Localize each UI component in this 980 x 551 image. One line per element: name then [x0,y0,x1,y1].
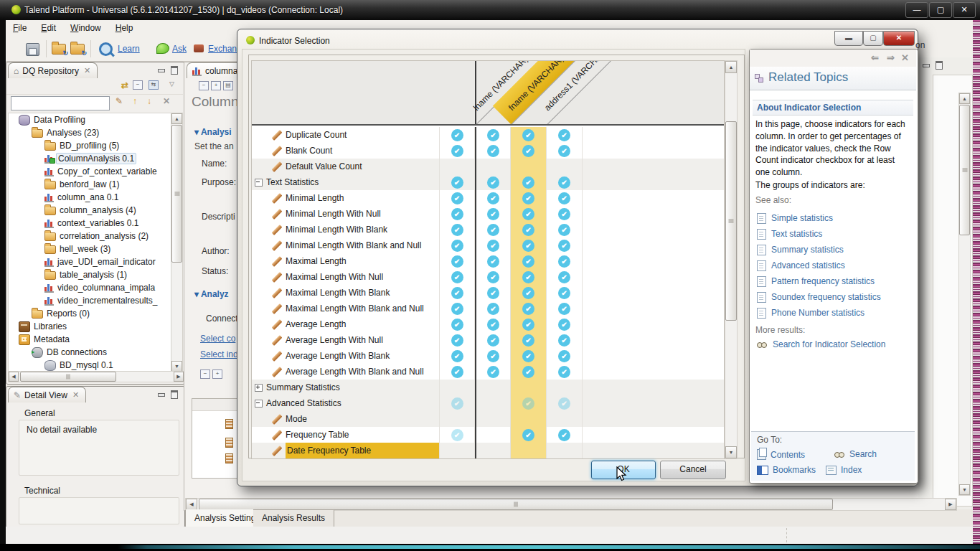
indicator-label-cell[interactable]: Maximal Length With Blank [252,285,440,301]
check-cell-lname[interactable]: ✔ [475,301,511,316]
tab-dq-repository[interactable]: ⌂ DQ Repository ✕ [8,62,98,78]
export-folder-icon[interactable] [70,44,85,55]
clear-filter-icon[interactable]: ✕ [163,96,170,106]
check-cell-fname[interactable]: ✔ [511,364,547,380]
tree-item-metadata[interactable]: Metadata [19,333,171,346]
indicator-label-cell[interactable]: Maximal Length With Blank and Null [252,301,440,316]
collapse-icon[interactable] [255,179,263,187]
ask-link[interactable]: Ask [172,44,187,54]
check-cell-lname[interactable]: ✔ [475,364,511,380]
check-cell-all[interactable]: ✔ [440,253,475,269]
check-cell-all[interactable]: ✔ [440,427,475,443]
collapse-sections-icon[interactable]: − [199,81,209,90]
view-menu-icon[interactable]: ▽ [169,80,174,88]
indicator-label-cell[interactable]: Minimal Length With Blank [252,222,440,237]
check-cell-all[interactable]: ✔ [440,127,475,143]
help-link-label[interactable]: Simple statistics [771,213,833,223]
check-cell-all[interactable]: ✔ [440,364,475,380]
check-cell-fname[interactable]: ✔ [511,316,547,332]
expand-icon[interactable]: + [212,369,222,379]
check-cell-all[interactable]: ✔ [440,190,475,206]
menu-edit[interactable]: Edit [34,20,63,36]
dialog-maximize-button[interactable]: ▢ [863,31,883,46]
check-cell-fname[interactable]: ✔ [511,174,547,190]
help-link-pattern-frequency-statistics[interactable]: Pattern frequency statistics [757,273,875,289]
check-cell-all[interactable]: ✔ [440,316,475,332]
window-close-button[interactable]: ✕ [953,2,976,18]
check-cell-address1[interactable]: ✔ [547,237,583,253]
exchange-icon[interactable] [194,44,204,52]
check-cell-lname[interactable]: ✔ [475,348,511,364]
indicator-label-cell[interactable]: Blank Count [252,143,440,159]
check-cell-address1[interactable] [547,380,583,395]
check-cell-fname[interactable]: ✔ [511,427,547,443]
check-cell-lname[interactable]: ✔ [475,237,511,253]
check-cell-lname[interactable]: ✔ [475,332,511,348]
tree-item-column-ana-0-1[interactable]: column_ana 0.1 [44,191,171,204]
forward-icon[interactable]: ⇒ [887,52,895,63]
indicator-row-maximal-length-with-null[interactable]: Maximal Length With Null✔✔✔✔ [252,269,724,286]
minimize-view-icon[interactable] [921,60,930,68]
check-cell-address1[interactable]: ✔ [547,127,583,143]
menu-window[interactable]: Window [63,20,108,36]
help-link-simple-statistics[interactable]: Simple statistics [757,210,833,226]
select-columns-link[interactable]: Select co [200,334,235,344]
indicator-label-cell[interactable]: Average Length With Null [252,332,440,348]
scroll-left-icon[interactable]: ◀ [9,372,19,382]
indicator-row-minimal-length-with-null[interactable]: Minimal Length With Null✔✔✔✔ [252,206,724,222]
check-cell-address1[interactable]: ✔ [547,301,583,316]
scrollbar-thumb[interactable] [171,125,182,263]
help-link-text-statistics[interactable]: Text statistics [757,226,822,242]
check-cell-lname[interactable]: ✔ [475,206,511,222]
maximize-view-icon[interactable] [169,390,179,397]
indicator-label-cell[interactable]: Minimal Length With Blank and Null [252,237,440,253]
indicator-row-maximal-length-with-blank-and-null[interactable]: Maximal Length With Blank and Null✔✔✔✔ [252,301,724,317]
check-cell-all[interactable]: ✔ [440,332,475,348]
indicator-row-average-length-with-blank-and-null[interactable]: Average Length With Blank and Null✔✔✔✔ [252,364,724,380]
maximize-view-icon[interactable] [934,60,943,68]
learn-link[interactable]: Learn [118,44,140,54]
check-cell-address1[interactable]: ✔ [547,143,583,159]
filter-input[interactable] [11,96,110,110]
scroll-down-icon[interactable]: ▼ [725,446,737,458]
indicator-row-duplicate-count[interactable]: Duplicate Count✔✔✔✔ [252,127,724,143]
indicator-label-cell[interactable]: Average Length With Blank and Null [252,364,440,380]
check-cell-address1[interactable]: ✔ [547,348,583,364]
tree-item-bd-mysql-0-1[interactable]: BD_mysql 0.1 [44,359,171,372]
minimize-view-icon[interactable] [156,65,166,73]
check-cell-all[interactable]: ✔ [440,237,475,253]
tree-item-video-incrementalresults-[interactable]: video_incrementalresults_ [44,294,171,307]
check-cell-all[interactable]: ✔ [440,285,475,301]
help-link-label[interactable]: Phone Number statistics [771,308,864,318]
check-cell-fname[interactable]: ✔ [511,332,547,348]
check-cell-all[interactable]: ✔ [440,348,475,364]
tree-item-db-connections[interactable]: DB connections [32,346,171,359]
table-vertical-scrollbar[interactable]: ▲ ▼ [725,60,738,459]
goto-label-contents[interactable]: Contents [771,450,805,460]
check-cell-lname[interactable] [475,427,511,443]
check-cell-all[interactable]: ✔ [440,222,475,237]
check-cell-address1[interactable]: ✔ [547,253,583,269]
check-cell-address1[interactable]: ✔ [547,190,583,206]
tree-item-table-analysis-1-[interactable]: table_analysis (1) [44,268,171,281]
help-link-label[interactable]: Pattern frequency statistics [771,276,875,286]
tree-item-analyses-23-[interactable]: Analyses (23) [32,126,171,139]
scrollbar-thumb[interactable] [199,499,833,510]
expand-sections-icon[interactable]: + [211,81,221,90]
help-link-advanced-statistics[interactable]: Advanced statistics [757,258,845,273]
scroll-right-icon[interactable]: ▶ [945,499,956,510]
menu-file[interactable]: File [6,20,34,36]
minimize-view-icon[interactable] [156,390,166,397]
window-maximize-button[interactable]: ▢ [929,2,952,18]
check-cell-lname[interactable] [475,395,511,411]
tree-horizontal-scrollbar[interactable]: ◀ ▶ [8,371,184,382]
indicator-row-advanced-statistics[interactable]: Advanced Statistics✔✔✔ [252,395,724,412]
scroll-down-icon[interactable]: ▼ [171,361,182,372]
check-cell-fname[interactable] [511,159,547,174]
check-cell-all[interactable]: ✔ [440,174,475,190]
back-icon[interactable]: ⇐ [871,52,879,63]
check-cell-address1[interactable]: ✔ [547,285,583,301]
collapse-icon[interactable] [255,400,263,408]
check-cell-lname[interactable]: ✔ [475,285,511,301]
check-cell-fname[interactable]: ✔ [511,253,547,269]
